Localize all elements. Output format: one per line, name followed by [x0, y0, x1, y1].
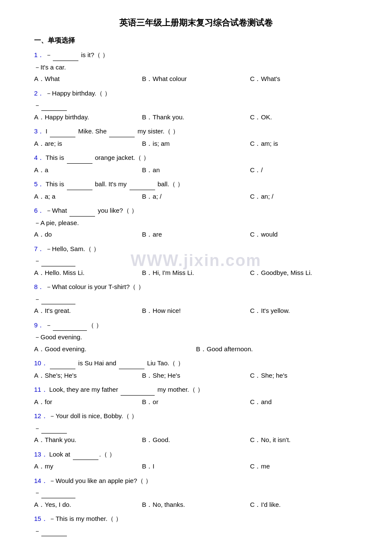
q4-text: This is orange jacket.（ ）	[46, 154, 150, 161]
q12-optA: A．Thank you.	[34, 434, 142, 445]
q9-options: A．Good evening. B．Good afternoon.	[34, 344, 358, 355]
question-4: 4． This is orange jacket.（ ） A．a B．an C．…	[34, 152, 358, 175]
question-10: 10． is Su Hai and Liu Tao.（ ） A．She's; H…	[34, 358, 358, 381]
question-3: 3． I Mike. She my sister.（ ） A．are; is B…	[34, 126, 358, 149]
q9-sub: －Good evening.	[34, 332, 358, 343]
q4-optB: B．an	[142, 165, 250, 176]
q9-optB: B．Good afternoon.	[196, 344, 358, 355]
q15-num: 15．	[34, 515, 48, 522]
q14-text: －Would you like an apple pie?（ ）	[49, 477, 152, 484]
q2-options: A．Happy birthday. B．Thank you. C．OK.	[34, 112, 358, 123]
q7-options: A．Hello. Miss Li. B．Hi, I'm Miss Li. C．G…	[34, 267, 358, 278]
q1-optC: C．What's	[250, 73, 358, 84]
question-7: 7． －Hello, Sam.（ ） － A．Hello. Miss Li. B…	[34, 243, 358, 278]
q14-optC: C．I'd like.	[250, 499, 358, 510]
q6-text: －What you like?（ ）	[46, 207, 138, 214]
q4-options: A．a B．an C．/	[34, 165, 358, 176]
q1-text: － is it?（ ）	[46, 51, 109, 58]
q5-options: A．a; a B．a; / C．an; /	[34, 191, 358, 202]
question-6: 6． －What you like?（ ） －A pie, please. A．…	[34, 205, 358, 240]
q10-num: 10．	[34, 359, 48, 367]
q6-options: A．do B．are C．would	[34, 229, 358, 240]
q14-num: 14．	[34, 477, 48, 484]
q14-optB: B．No, thanks.	[142, 499, 250, 510]
q11-num: 11．	[34, 386, 48, 393]
q3-options: A．are; is B．is; am C．am; is	[34, 138, 358, 149]
q11-text: Look, they are my father my mother.（ ）	[49, 386, 203, 393]
q15-text: －This is my mother.（ ）	[49, 515, 122, 522]
question-2: 2． －Happy birthday.（ ） － A．Happy birthda…	[34, 88, 358, 123]
q6-optC: C．would	[250, 229, 358, 240]
question-15: 15． －This is my mother.（ ） －	[34, 513, 358, 536]
q5-num: 5．	[34, 180, 44, 188]
q12-text: －Your doll is nice, Bobby.（ ）	[49, 412, 138, 419]
q5-optC: C．an; /	[250, 191, 358, 202]
question-1: 1． － is it?（ ） －It's a car. A．What B．Wha…	[34, 49, 358, 84]
question-5: 5． This is ball. It's my ball.（ ） A．a; a…	[34, 179, 358, 202]
q2-text: －Happy birthday.（ ）	[46, 90, 111, 97]
q1-sub: －It's a car.	[34, 62, 358, 73]
section-title: 一、单项选择	[34, 36, 358, 45]
q8-optC: C．It's yellow.	[250, 305, 358, 316]
q13-num: 13．	[34, 451, 48, 458]
q6-optA: A．do	[34, 229, 142, 240]
q9-num: 9．	[34, 321, 44, 329]
q6-sub: －A pie, please.	[34, 217, 358, 228]
q11-optC: C．and	[250, 396, 358, 408]
q7-text: －Hello, Sam.（ ）	[46, 245, 100, 252]
question-11: 11． Look, they are my father my mother.（…	[34, 384, 358, 407]
q10-optA: A．She's; He's	[34, 370, 142, 381]
q2-optB: B．Thank you.	[142, 112, 250, 123]
q1-options: A．What B．What colour C．What's	[34, 73, 358, 84]
q13-optC: C．me	[250, 461, 358, 472]
q3-num: 3．	[34, 127, 44, 135]
q13-optA: A．my	[34, 461, 142, 472]
q8-text: －What colour is your T-shirt?（ ）	[46, 283, 144, 290]
q7-optA: A．Hello. Miss Li.	[34, 267, 142, 278]
question-13: 13． Look at .（ ） A．my B．I C．me	[34, 449, 358, 472]
q8-num: 8．	[34, 283, 44, 290]
q11-options: A．for B．or C．and	[34, 396, 358, 408]
page-title: 英语三年级上册期末复习综合试卷测试卷	[34, 17, 358, 29]
q11-optB: B．or	[142, 396, 250, 408]
q2-sub: －	[34, 100, 358, 111]
q12-num: 12．	[34, 412, 48, 419]
q5-optB: B．a; /	[142, 191, 250, 202]
q10-optC: C．She; he's	[250, 370, 358, 381]
q9-optA: A．Good evening.	[34, 344, 196, 355]
question-12: 12． －Your doll is nice, Bobby.（ ） － A．Th…	[34, 410, 358, 445]
q3-optA: A．are; is	[34, 138, 142, 149]
q1-optB: B．What colour	[142, 73, 250, 84]
q5-text: This is ball. It's my ball.（ ）	[46, 180, 184, 188]
q8-optB: B．How nice!	[142, 305, 250, 316]
q10-options: A．She's; He's B．She; He's C．She; he's	[34, 370, 358, 381]
q8-options: A．It's great. B．How nice! C．It's yellow.	[34, 305, 358, 316]
q4-optA: A．a	[34, 165, 142, 176]
q15-sub: －	[34, 526, 358, 537]
q4-num: 4．	[34, 154, 44, 161]
q7-sub: －	[34, 255, 358, 266]
q9-text: －（ ）	[46, 321, 102, 329]
q3-optB: B．is; am	[142, 138, 250, 149]
q7-num: 7．	[34, 245, 44, 252]
q12-optC: C．No, it isn't.	[250, 434, 358, 445]
q10-optB: B．She; He's	[142, 370, 250, 381]
question-8: 8． －What colour is your T-shirt?（ ） － A．…	[34, 281, 358, 316]
question-9: 9． －（ ） －Good evening. A．Good evening. B…	[34, 320, 358, 355]
q8-sub: －	[34, 294, 358, 305]
q1-optA: A．What	[34, 73, 142, 84]
q3-text: I Mike. She my sister.（ ）	[46, 127, 179, 135]
q8-optA: A．It's great.	[34, 305, 142, 316]
q6-optB: B．are	[142, 229, 250, 240]
q2-optC: C．OK.	[250, 112, 358, 123]
q11-optA: A．for	[34, 396, 142, 408]
q14-options: A．Yes, I do. B．No, thanks. C．I'd like.	[34, 499, 358, 510]
q3-optC: C．am; is	[250, 138, 358, 149]
q7-optB: B．Hi, I'm Miss Li.	[142, 267, 250, 278]
q13-text: Look at .（ ）	[49, 451, 115, 458]
q7-optC: C．Goodbye, Miss Li.	[250, 267, 358, 278]
q14-sub: －	[34, 487, 358, 498]
q13-optB: B．I	[142, 461, 250, 472]
q12-optB: B．Good.	[142, 434, 250, 445]
q2-num: 2．	[34, 90, 44, 97]
